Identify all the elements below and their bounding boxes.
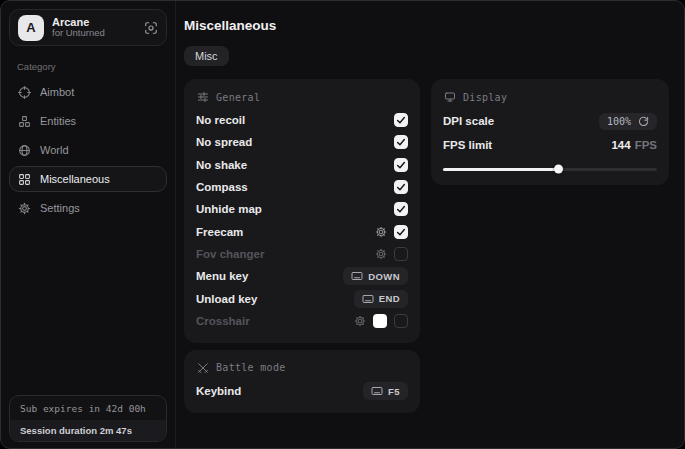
fps-unit: FPS (635, 139, 657, 151)
keybind-value: DOWN (368, 271, 400, 282)
setting-label: Fov changer (196, 248, 264, 260)
menu-keybind-button[interactable]: DOWN (343, 267, 408, 285)
category-nav: Aimbot Entities World Miscellaneous (9, 79, 167, 221)
sidebar-item-world[interactable]: World (9, 137, 167, 163)
sidebar: A Arcane for Unturned Category Aim (1, 1, 176, 448)
setting-row-unhide-map: Unhide map (196, 198, 408, 220)
keyboard-icon (351, 270, 363, 282)
battle-panel-title: Battle mode (216, 362, 286, 373)
no-shake-checkbox[interactable] (394, 158, 408, 172)
battle-panel-header: Battle mode (197, 362, 408, 374)
setting-label: FPS limit (443, 139, 492, 151)
general-panel-header: General (197, 91, 408, 103)
gear-icon (18, 202, 31, 215)
keybind-value: F5 (388, 386, 400, 397)
app-window: A Arcane for Unturned Category Aim (0, 0, 685, 449)
session-duration: Session duration 2m 47s (10, 420, 166, 441)
sidebar-item-miscellaneous[interactable]: Miscellaneous (9, 166, 167, 192)
display-panel-header: Display (444, 91, 657, 103)
compass-checkbox[interactable] (394, 180, 408, 194)
category-label: Category (17, 61, 167, 72)
setting-label: DPI scale (443, 115, 494, 127)
crosshair-icon (18, 86, 31, 99)
swords-icon (197, 362, 209, 374)
sidebar-item-entities[interactable]: Entities (9, 108, 167, 134)
setting-row-no-recoil: No recoil (196, 109, 408, 131)
setting-label: Crosshair (196, 315, 250, 327)
fps-value: 144 FPS (611, 139, 657, 151)
general-panel: General No recoil No spread (184, 79, 420, 343)
setting-row-dpi-scale: DPI scale 100% (443, 109, 657, 133)
check-icon (396, 160, 406, 170)
fps-slider-track[interactable] (443, 168, 657, 171)
setting-row-crosshair: Crosshair (196, 310, 408, 332)
sidebar-item-label: World (40, 144, 69, 156)
setting-row-keybind: Keybind F5 (196, 380, 408, 402)
scan-target-icon[interactable] (144, 21, 158, 35)
entities-icon (18, 115, 31, 128)
check-icon (396, 182, 406, 192)
freecam-settings-gear-icon[interactable] (375, 226, 387, 238)
dpi-value: 100% (607, 116, 631, 127)
sidebar-item-label: Miscellaneous (40, 173, 110, 185)
setting-label: Freecam (196, 226, 243, 238)
general-panel-title: General (216, 92, 260, 103)
setting-row-freecam: Freecam (196, 220, 408, 242)
sidebar-item-settings[interactable]: Settings (9, 195, 167, 221)
keybind-value: END (379, 293, 400, 304)
page-title: Miscellaneous (184, 18, 669, 33)
freecam-checkbox[interactable] (394, 225, 408, 239)
fps-slider-thumb[interactable] (554, 165, 563, 174)
sidebar-item-aimbot[interactable]: Aimbot (9, 79, 167, 105)
crosshair-settings-gear-icon[interactable] (354, 315, 366, 327)
setting-row-menu-key: Menu key DOWN (196, 265, 408, 287)
battle-keybind-button[interactable]: F5 (363, 382, 408, 400)
keyboard-icon (371, 385, 383, 397)
setting-row-no-spread: No spread (196, 131, 408, 153)
setting-label: Unhide map (196, 203, 262, 215)
tab-misc[interactable]: Misc (184, 46, 229, 66)
sidebar-item-label: Settings (40, 202, 80, 214)
fps-slider[interactable] (443, 164, 657, 174)
brand-card: A Arcane for Unturned (9, 9, 167, 46)
fov-changer-checkbox[interactable] (394, 247, 408, 261)
reset-icon (638, 116, 649, 127)
unhide-map-checkbox[interactable] (394, 202, 408, 216)
setting-row-compass: Compass (196, 176, 408, 198)
no-recoil-checkbox[interactable] (394, 113, 408, 127)
display-panel-title: Display (463, 92, 507, 103)
crosshair-checkbox[interactable] (394, 314, 408, 328)
fov-settings-gear-icon[interactable] (375, 248, 387, 260)
check-icon (396, 115, 406, 125)
check-icon (396, 204, 406, 214)
battle-mode-panel: Battle mode Keybind F5 (184, 350, 420, 413)
crosshair-color-swatch[interactable] (373, 314, 387, 328)
setting-label: Compass (196, 181, 248, 193)
grid-icon (18, 173, 31, 186)
no-spread-checkbox[interactable] (394, 135, 408, 149)
check-icon (396, 137, 406, 147)
setting-row-fov-changer: Fov changer (196, 243, 408, 265)
unload-keybind-button[interactable]: END (354, 290, 408, 308)
setting-row-fps-limit: FPS limit 144 FPS (443, 133, 657, 157)
setting-label: Unload key (196, 293, 257, 305)
display-panel: Display DPI scale 100% FPS limit (431, 79, 669, 185)
sliders-icon (197, 91, 209, 103)
setting-label: Menu key (196, 270, 248, 282)
monitor-icon (444, 91, 456, 103)
fps-number: 144 (611, 139, 630, 151)
sidebar-item-label: Entities (40, 115, 76, 127)
subscription-card: Sub expires in 42d 00h Session duration … (9, 395, 167, 442)
dpi-value-button[interactable]: 100% (599, 113, 657, 130)
brand-subtitle: for Unturned (52, 28, 136, 39)
keyboard-icon (362, 293, 374, 305)
main-content: Miscellaneous Misc General No recoi (176, 1, 684, 448)
setting-label: No recoil (196, 114, 245, 126)
brand-text: Arcane for Unturned (52, 16, 136, 40)
setting-row-no-shake: No shake (196, 154, 408, 176)
setting-label: Keybind (196, 385, 241, 397)
setting-row-unload-key: Unload key END (196, 287, 408, 309)
fps-slider-fill (443, 168, 559, 171)
sidebar-item-label: Aimbot (40, 86, 74, 98)
check-icon (396, 227, 406, 237)
